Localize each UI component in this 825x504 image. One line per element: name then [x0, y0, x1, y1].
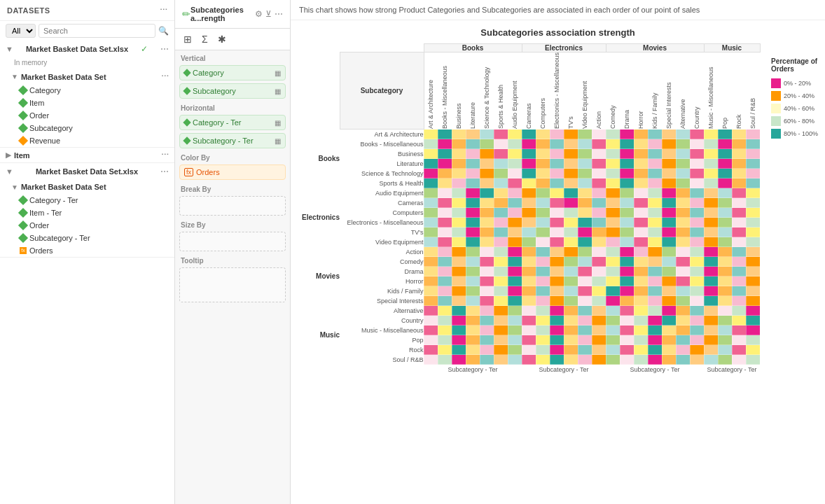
heatmap-cell[interactable] [634, 130, 648, 139]
heatmap-cell[interactable] [662, 178, 676, 188]
heatmap-cell[interactable] [634, 306, 648, 316]
heatmap-cell[interactable] [452, 208, 466, 218]
heatmap-cell[interactable] [508, 316, 522, 326]
heatmap-cell[interactable] [718, 247, 732, 257]
heatmap-cell[interactable] [704, 316, 718, 326]
heatmap-cell[interactable] [522, 227, 536, 237]
heatmap-cell[interactable] [648, 335, 662, 345]
heatmap-cell[interactable] [578, 237, 592, 247]
heatmap-cell[interactable] [564, 139, 578, 149]
heatmap-cell[interactable] [494, 139, 508, 149]
heatmap-cell[interactable] [634, 335, 648, 345]
heatmap-cell[interactable] [648, 139, 662, 149]
tree-group-title-item[interactable]: ▶ Item ⋯ [0, 148, 174, 162]
heatmap-cell[interactable] [592, 149, 606, 159]
heatmap-cell[interactable] [648, 355, 662, 365]
heatmap-cell[interactable] [536, 139, 550, 149]
heatmap-cell[interactable] [606, 198, 620, 208]
heatmap-cell[interactable] [494, 267, 508, 276]
heatmap-cell[interactable] [662, 188, 676, 198]
heatmap-cell[interactable] [494, 198, 508, 208]
heatmap-cell[interactable] [480, 139, 494, 149]
heatmap-cell[interactable] [648, 130, 662, 139]
heatmap-cell[interactable] [690, 306, 704, 316]
heatmap-cell[interactable] [424, 159, 438, 169]
heatmap-cell[interactable] [438, 306, 452, 316]
heatmap-cell[interactable] [564, 276, 578, 286]
heatmap-cell[interactable] [480, 316, 494, 326]
heatmap-cell[interactable] [606, 139, 620, 149]
heatmap-cell[interactable] [634, 188, 648, 198]
heatmap-cell[interactable] [746, 345, 760, 355]
heatmap-cell[interactable] [578, 267, 592, 276]
heatmap-cell[interactable] [592, 267, 606, 276]
search-input[interactable] [39, 24, 155, 38]
heatmap-cell[interactable] [578, 345, 592, 355]
heatmap-cell[interactable] [564, 306, 578, 316]
heatmap-cell[interactable] [746, 218, 760, 227]
heatmap-cell[interactable] [592, 335, 606, 345]
heatmap-cell[interactable] [564, 188, 578, 198]
heatmap-cell[interactable] [606, 267, 620, 276]
field-orders[interactable]: fx Orders [6, 244, 174, 257]
heatmap-cell[interactable] [480, 296, 494, 306]
heatmap-cell[interactable] [550, 316, 564, 326]
heatmap-cell[interactable] [438, 208, 452, 218]
heatmap-cell[interactable] [508, 149, 522, 159]
heatmap-cell[interactable] [620, 247, 634, 257]
heatmap-cell[interactable] [466, 159, 480, 169]
heatmap-cell[interactable] [606, 227, 620, 237]
heatmap-cell[interactable] [634, 218, 648, 227]
heatmap-cell[interactable] [536, 208, 550, 218]
heatmap-cell[interactable] [438, 218, 452, 227]
heatmap-cell[interactable] [466, 326, 480, 335]
heatmap-cell[interactable] [494, 149, 508, 159]
heatmap-cell[interactable] [592, 218, 606, 227]
heatmap-cell[interactable] [508, 247, 522, 257]
heatmap-cell[interactable] [718, 286, 732, 296]
heatmap-cell[interactable] [550, 355, 564, 365]
heatmap-cell[interactable] [466, 316, 480, 326]
heatmap-cell[interactable] [522, 169, 536, 178]
heatmap-cell[interactable] [564, 159, 578, 169]
dataset-menu-1[interactable]: ⋯ [160, 44, 169, 54]
heatmap-cell[interactable] [424, 267, 438, 276]
heatmap-cell[interactable] [424, 149, 438, 159]
heatmap-cell[interactable] [466, 227, 480, 237]
heatmap-cell[interactable] [746, 286, 760, 296]
heatmap-cell[interactable] [480, 218, 494, 227]
heatmap-cell[interactable] [466, 208, 480, 218]
heatmap-cell[interactable] [592, 296, 606, 306]
heatmap-cell[interactable] [676, 198, 690, 208]
heatmap-cell[interactable] [592, 159, 606, 169]
heatmap-cell[interactable] [606, 316, 620, 326]
heatmap-cell[interactable] [718, 188, 732, 198]
heatmap-cell[interactable] [564, 208, 578, 218]
heatmap-cell[interactable] [662, 169, 676, 178]
heatmap-cell[interactable] [592, 130, 606, 139]
heatmap-cell[interactable] [536, 286, 550, 296]
heatmap-cell[interactable] [564, 149, 578, 159]
heatmap-cell[interactable] [494, 130, 508, 139]
heatmap-cell[interactable] [704, 237, 718, 247]
heatmap-cell[interactable] [452, 169, 466, 178]
heatmap-cell[interactable] [466, 286, 480, 296]
heatmap-cell[interactable] [508, 198, 522, 208]
heatmap-cell[interactable] [536, 335, 550, 345]
heatmap-cell[interactable] [648, 306, 662, 316]
heatmap-cell[interactable] [564, 345, 578, 355]
heatmap-cell[interactable] [424, 218, 438, 227]
heatmap-cell[interactable] [690, 267, 704, 276]
heatmap-cell[interactable] [578, 316, 592, 326]
heatmap-cell[interactable] [522, 267, 536, 276]
heatmap-cell[interactable] [718, 257, 732, 267]
heatmap-cell[interactable] [494, 178, 508, 188]
heatmap-cell[interactable] [648, 316, 662, 326]
heatmap-cell[interactable] [606, 247, 620, 257]
heatmap-cell[interactable] [550, 130, 564, 139]
pill-orders[interactable]: fx Orders [179, 164, 286, 180]
heatmap-cell[interactable] [536, 149, 550, 159]
heatmap-cell[interactable] [424, 286, 438, 296]
heatmap-cell[interactable] [424, 276, 438, 286]
field-order-2[interactable]: Order [6, 219, 174, 232]
